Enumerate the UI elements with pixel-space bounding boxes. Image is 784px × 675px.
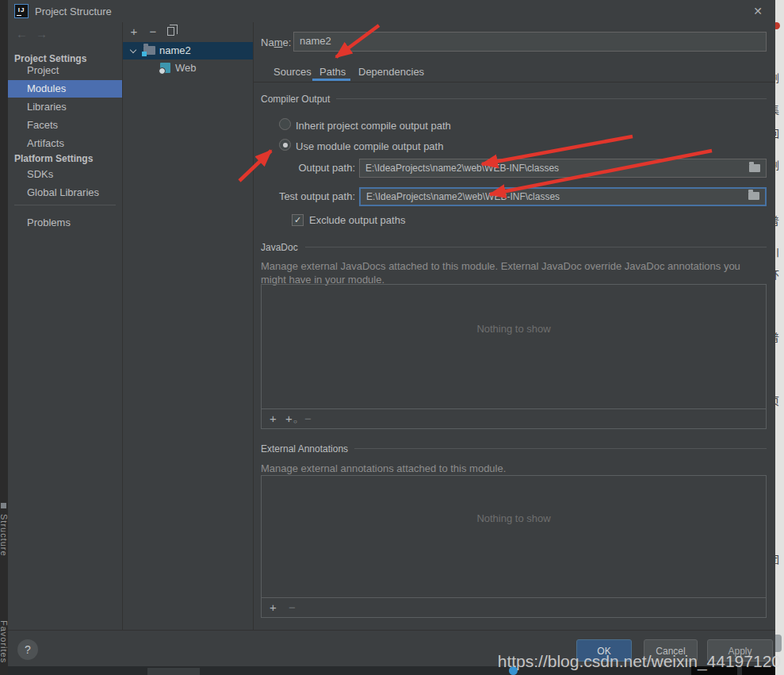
tree-node-label: Web	[175, 59, 197, 77]
modules-tree-panel: + − name2 Web	[122, 22, 254, 630]
history-nav: ←→	[16, 27, 55, 40]
javadoc-list-toolbar: + +○ −	[262, 408, 766, 428]
clipped-glyph: 集	[775, 102, 779, 117]
clipped-button-fragment	[775, 635, 782, 652]
active-tab-underline	[312, 79, 350, 81]
external-annotations-description: Manage external annotations attached to …	[261, 462, 762, 475]
url-sub-icon: ○	[293, 418, 297, 425]
intellij-logo-icon: IJ	[14, 4, 29, 18]
section-line	[336, 98, 767, 99]
back-icon[interactable]: ←	[16, 27, 36, 40]
add-annotation-root-icon[interactable]: +	[270, 600, 277, 614]
external-annotations-empty-text: Nothing to show	[262, 512, 766, 524]
sidebar-divider	[14, 205, 116, 205]
settings-sidebar: ←→ Project Settings Project Modules Libr…	[8, 22, 122, 630]
output-path-value: E:\IdeaProjects\name2\web\WEB-INF\classe…	[365, 163, 559, 174]
chevron-down-icon[interactable]	[130, 47, 136, 53]
clipped-glyph: 川	[775, 244, 779, 259]
tree-node-label: name2	[159, 42, 191, 59]
add-module-icon[interactable]: +	[128, 25, 140, 38]
radio-module-output[interactable]	[279, 139, 291, 151]
sidebar-item-project[interactable]: Project	[8, 62, 122, 79]
radio-module-label[interactable]: Use module compile output path	[296, 140, 443, 152]
modules-toolbar: + −	[123, 22, 253, 41]
external-annotations-list[interactable]: Nothing to show + −	[261, 475, 767, 618]
browse-folder-icon[interactable]	[749, 164, 760, 172]
clipped-glyph: 剧	[775, 157, 779, 172]
output-path-label: Output path:	[254, 162, 355, 174]
toolwindow-structure-label[interactable]: Structure	[0, 514, 8, 557]
clipped-glyph: 页	[775, 393, 779, 408]
name-label: Name:	[261, 36, 291, 48]
remove-annotation-root-icon[interactable]: −	[289, 600, 296, 614]
csdn-watermark: https://blog.csdn.net/weixin_44197120	[498, 652, 781, 671]
clipped-glyph: 回	[775, 125, 779, 140]
footer-separator	[8, 630, 775, 631]
statusbar-fragment	[147, 668, 200, 675]
javadoc-list[interactable]: Nothing to show + +○ −	[261, 284, 767, 429]
add-javadoc-url-icon[interactable]: +○	[285, 412, 293, 425]
background-red-dot	[775, 22, 780, 29]
compiler-output-title: Compiler Output	[261, 94, 336, 105]
test-output-path-input[interactable]: E:\IdeaProjects\name2\web\WEB-INF\classe…	[359, 187, 767, 206]
clipped-glyph: 环	[775, 267, 779, 282]
clipped-glyph: 团	[775, 551, 779, 566]
sidebar-item-modules[interactable]: Modules	[8, 80, 122, 98]
output-path-input[interactable]: E:\IdeaProjects\name2\web\WEB-INF\classe…	[359, 159, 767, 178]
app-root: Structure Favorites 剧 集 回 剧 普 川 环 普 页 团 …	[0, 0, 784, 675]
tab-dependencies[interactable]: Dependencies	[358, 63, 424, 81]
section-line	[305, 247, 767, 247]
close-icon[interactable]: ✕	[750, 4, 766, 18]
toolwindow-favorites-label[interactable]: Favorites	[0, 620, 8, 663]
remove-javadoc-icon[interactable]: −	[304, 412, 312, 425]
module-folder-icon	[143, 46, 155, 55]
web-facet-icon	[160, 63, 170, 73]
sidebar-item-libraries[interactable]: Libraries	[8, 98, 122, 116]
javadoc-title: JavaDoc	[261, 242, 304, 253]
forward-icon[interactable]: →	[36, 27, 55, 40]
help-button[interactable]: ?	[17, 639, 38, 660]
tab-sources[interactable]: Sources	[273, 63, 312, 81]
left-toolwindow-strip: Structure Favorites	[0, 0, 8, 675]
exclude-output-checkbox[interactable]: ✓	[292, 214, 304, 226]
dialog-titlebar[interactable]: IJ Project Structure ✕	[8, 0, 775, 22]
sidebar-item-facets[interactable]: Facets	[8, 117, 122, 134]
remove-module-icon[interactable]: −	[147, 25, 159, 38]
structure-toolwindow-icon	[1, 503, 6, 508]
browse-folder-icon[interactable]	[748, 192, 759, 200]
sidebar-item-problems[interactable]: Problems	[8, 214, 122, 232]
external-annotations-title: External Annotations	[261, 443, 354, 454]
add-javadoc-icon[interactable]: +	[270, 412, 277, 425]
sidebar-item-artifacts[interactable]: Artifacts	[8, 135, 122, 152]
test-output-path-label: Test output path:	[254, 190, 355, 202]
test-output-path-value: E:\IdeaProjects\name2\web\WEB-INF\classe…	[366, 191, 560, 202]
sidebar-item-global-libraries[interactable]: Global Libraries	[8, 184, 122, 201]
radio-inherit-output[interactable]	[279, 118, 291, 130]
javadoc-description: Manage external JavaDocs attached to thi…	[261, 259, 762, 286]
exclude-output-label[interactable]: Exclude output paths	[309, 214, 405, 226]
external-annotations-toolbar: + −	[262, 597, 766, 617]
clipped-glyph: 普	[775, 329, 779, 344]
right-background-strip: 剧 集 回 剧 普 川 环 普 页 团	[775, 0, 784, 675]
tree-node-web[interactable]: Web	[123, 59, 253, 77]
section-header-platform-settings: Platform Settings	[14, 151, 122, 167]
radio-inherit-label[interactable]: Inherit project compile output path	[296, 120, 451, 132]
sidebar-item-sdks[interactable]: SDKs	[8, 166, 122, 183]
project-structure-dialog: IJ Project Structure ✕ ←→ Project Settin…	[8, 0, 775, 666]
dialog-title: Project Structure	[35, 6, 112, 17]
section-line	[350, 448, 767, 449]
copy-module-icon[interactable]	[167, 27, 174, 36]
clipped-glyph: 普	[775, 213, 779, 228]
tabs-separator	[254, 82, 775, 82]
clipped-glyph: 剧	[775, 70, 779, 85]
javadoc-empty-text: Nothing to show	[262, 323, 766, 335]
module-name-input[interactable]: name2	[293, 32, 767, 52]
tree-node-name2[interactable]: name2	[123, 42, 253, 59]
